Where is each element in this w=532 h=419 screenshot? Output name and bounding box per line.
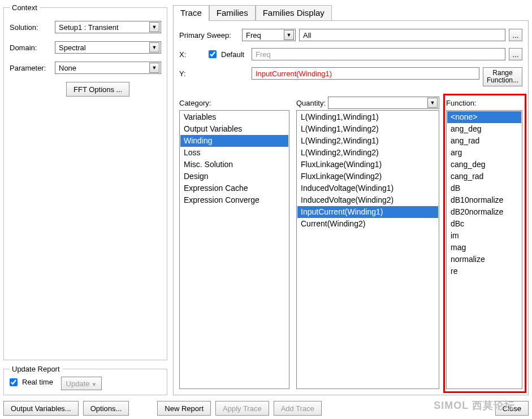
- close-button[interactable]: Close: [495, 401, 529, 416]
- options-button[interactable]: Options...: [83, 401, 129, 416]
- list-item[interactable]: im: [447, 230, 521, 242]
- list-item[interactable]: ang_deg: [447, 123, 521, 135]
- x-label: X:: [179, 50, 205, 59]
- list-item[interactable]: ang_rad: [447, 135, 521, 147]
- parameter-label: Parameter:: [10, 64, 55, 72]
- primary-sweep-range-field[interactable]: All: [299, 29, 505, 41]
- x-value-field: Freq: [252, 48, 505, 60]
- chevron-down-icon: ▼: [92, 382, 97, 387]
- y-label: Y:: [179, 67, 205, 78]
- tab-body: Primary Sweep: Freq ▼ All ... X: Default…: [173, 20, 529, 395]
- tab-families-display[interactable]: Families Display: [256, 5, 332, 20]
- category-label: Category:: [179, 99, 211, 107]
- quantity-label: Quantity:: [296, 99, 326, 107]
- function-label: Function:: [446, 99, 476, 107]
- list-item[interactable]: Output Variables: [180, 123, 288, 135]
- list-item[interactable]: dB20normalize: [447, 206, 521, 218]
- x-ellipsis-button[interactable]: ...: [509, 48, 522, 60]
- list-item[interactable]: Misc. Solution: [180, 159, 288, 171]
- chevron-down-icon: ▼: [149, 22, 159, 32]
- range-function-button[interactable]: Range Function...: [483, 67, 522, 86]
- quantity-filter-dropdown[interactable]: ▼: [328, 97, 439, 109]
- list-item[interactable]: Expression Converge: [180, 194, 288, 206]
- list-item[interactable]: Design: [180, 171, 288, 182]
- function-listbox[interactable]: <none>ang_degang_radargcang_degcang_radd…: [446, 110, 522, 389]
- list-item[interactable]: L(Winding2,Winding2): [297, 147, 438, 159]
- list-item[interactable]: cang_rad: [447, 171, 521, 182]
- primary-sweep-ellipsis-button[interactable]: ...: [509, 29, 522, 41]
- domain-label: Domain:: [10, 43, 55, 52]
- tab-trace[interactable]: Trace: [173, 5, 209, 21]
- add-trace-button[interactable]: Add Trace: [274, 401, 322, 416]
- domain-value: Spectral: [59, 43, 86, 52]
- primary-sweep-label: Primary Sweep:: [179, 31, 239, 40]
- chevron-down-icon: ▼: [149, 63, 159, 73]
- list-item[interactable]: InducedVoltage(Winding1): [297, 182, 438, 194]
- realtime-label: Real time: [22, 378, 53, 386]
- x-default-checkbox[interactable]: [209, 50, 217, 58]
- list-item[interactable]: cang_deg: [447, 159, 521, 171]
- parameter-value: None: [59, 64, 76, 72]
- tab-families[interactable]: Families: [209, 5, 256, 20]
- y-value-field[interactable]: InputCurrent(Winding1): [252, 67, 479, 80]
- update-button[interactable]: Update ▼: [61, 377, 102, 390]
- list-item[interactable]: re: [447, 265, 521, 277]
- list-item[interactable]: Current(Winding2): [297, 218, 438, 230]
- list-item[interactable]: Loss: [180, 147, 288, 159]
- solution-dropdown[interactable]: Setup1 : Transient ▼: [55, 21, 161, 33]
- list-item[interactable]: InputCurrent(Winding1): [297, 206, 438, 218]
- list-item[interactable]: mag: [447, 242, 521, 254]
- update-report-fieldset: Update Report Real time Update ▼: [3, 365, 167, 395]
- update-report-legend: Update Report: [10, 365, 62, 373]
- list-item[interactable]: normalize: [447, 254, 521, 265]
- quantity-listbox[interactable]: L(Winding1,Winding1)L(Winding1,Winding2)…: [296, 110, 439, 389]
- list-item[interactable]: dBc: [447, 218, 521, 230]
- realtime-checkbox[interactable]: [10, 378, 18, 386]
- list-item[interactable]: arg: [447, 147, 521, 159]
- list-item[interactable]: L(Winding2,Winding1): [297, 135, 438, 147]
- solution-value: Setup1 : Transient: [59, 23, 119, 32]
- list-item[interactable]: FluxLinkage(Winding2): [297, 171, 438, 182]
- list-item[interactable]: Variables: [180, 111, 288, 123]
- chevron-down-icon: ▼: [284, 30, 294, 40]
- list-item[interactable]: dB: [447, 182, 521, 194]
- chevron-down-icon: ▼: [149, 42, 159, 53]
- tab-strip: Trace Families Families Display: [173, 3, 529, 20]
- fft-options-button[interactable]: FFT Options ...: [66, 82, 129, 97]
- list-item[interactable]: L(Winding1,Winding1): [297, 111, 438, 123]
- output-variables-button[interactable]: Output Variables...: [3, 401, 79, 416]
- parameter-dropdown[interactable]: None ▼: [55, 62, 161, 74]
- list-item[interactable]: <none>: [447, 111, 521, 123]
- x-default-label: Default: [221, 50, 244, 59]
- context-legend: Context: [10, 3, 40, 12]
- list-item[interactable]: L(Winding1,Winding2): [297, 123, 438, 135]
- list-item[interactable]: Winding: [180, 135, 288, 147]
- context-fieldset: Context Solution: Setup1 : Transient ▼ D…: [3, 3, 167, 360]
- category-listbox[interactable]: VariablesOutput VariablesWindingLossMisc…: [179, 110, 289, 389]
- list-item[interactable]: FluxLinkage(Winding1): [297, 159, 438, 171]
- new-report-button[interactable]: New Report: [157, 401, 211, 416]
- list-item[interactable]: InducedVoltage(Winding2): [297, 194, 438, 206]
- list-item[interactable]: Expression Cache: [180, 182, 288, 194]
- primary-sweep-value: Freq: [246, 31, 261, 40]
- solution-label: Solution:: [10, 23, 55, 32]
- list-item[interactable]: dB10normalize: [447, 194, 521, 206]
- domain-dropdown[interactable]: Spectral ▼: [55, 41, 161, 54]
- chevron-down-icon: ▼: [427, 98, 438, 108]
- primary-sweep-dropdown[interactable]: Freq ▼: [242, 29, 296, 41]
- apply-trace-button[interactable]: Apply Trace: [215, 401, 269, 416]
